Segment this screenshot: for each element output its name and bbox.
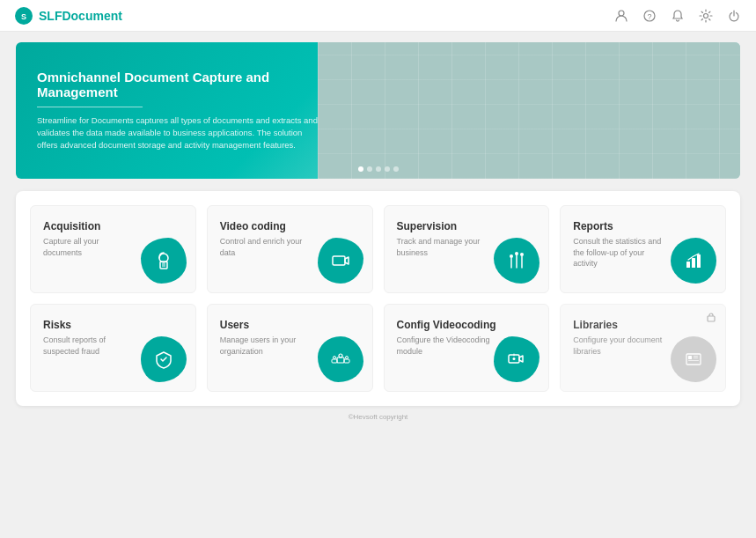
card-risks-title: Risks xyxy=(43,319,183,331)
config-blob xyxy=(494,336,539,382)
carousel-dot-5[interactable] xyxy=(393,166,399,172)
risks-icon xyxy=(152,348,175,371)
hero-content: Omnichannel Document Capture and Managem… xyxy=(16,52,341,170)
svg-rect-33 xyxy=(688,360,699,361)
svg-rect-19 xyxy=(692,258,695,268)
card-acquisition-icon-blob xyxy=(141,238,187,284)
svg-rect-23 xyxy=(332,359,337,363)
brand-logo-icon: S xyxy=(14,6,33,26)
main-content: Omnichannel Document Capture and Managem… xyxy=(0,32,756,446)
svg-point-22 xyxy=(339,354,342,357)
card-supervision-desc: Track and manage your business xyxy=(397,236,494,258)
hero-image xyxy=(318,42,740,179)
acquisition-icon xyxy=(152,249,175,272)
svg-point-24 xyxy=(333,357,335,359)
card-videocoding-desc: Control and enrich your data xyxy=(220,236,317,258)
card-supervision[interactable]: Supervision Track and manage your busine… xyxy=(384,205,550,293)
card-reports-icon-blob xyxy=(671,238,716,284)
config-icon xyxy=(505,348,528,371)
svg-point-5 xyxy=(704,13,708,18)
svg-point-17 xyxy=(520,253,524,256)
svg-rect-18 xyxy=(686,262,690,268)
hero-divider xyxy=(37,107,143,107)
card-config-desc: Configure the Videocoding module xyxy=(397,335,494,357)
card-libraries-title: Libraries xyxy=(573,319,713,331)
nav-icons: ? xyxy=(613,8,742,24)
carousel-dot-2[interactable] xyxy=(367,166,372,172)
svg-point-26 xyxy=(345,357,348,359)
cards-row-1: Acquisition Capture all your documents xyxy=(30,205,726,293)
libraries-icon xyxy=(682,348,705,371)
card-acquisition-title: Acquisition xyxy=(43,220,183,232)
card-videocoding-title: Video coding xyxy=(220,220,360,232)
reports-blob xyxy=(671,238,716,284)
card-videocoding[interactable]: Video coding Control and enrich your dat… xyxy=(207,205,373,293)
card-risks[interactable]: Risks Consult reports of suspected fraud xyxy=(30,304,196,392)
users-icon xyxy=(328,347,353,372)
card-users[interactable]: Users Manage users in your organization xyxy=(207,304,373,392)
card-config-title: Config Videocoding xyxy=(397,319,537,331)
navbar: S SLFDocument ? xyxy=(0,0,756,32)
svg-rect-32 xyxy=(688,356,692,359)
card-reports-desc: Consult the statistics and the follow-up… xyxy=(573,236,670,269)
supervision-icon xyxy=(505,249,528,272)
svg-point-15 xyxy=(510,254,513,258)
svg-point-2 xyxy=(619,11,624,16)
card-libraries-desc: Configure your document libraries xyxy=(573,335,670,357)
svg-text:S: S xyxy=(21,12,26,21)
svg-point-28 xyxy=(513,357,516,360)
cards-container: Acquisition Capture all your documents xyxy=(16,191,740,406)
card-risks-desc: Consult reports of suspected fraud xyxy=(43,335,140,357)
svg-rect-11 xyxy=(333,256,345,265)
videocoding-icon xyxy=(329,249,352,272)
users-blob xyxy=(318,336,363,382)
svg-rect-25 xyxy=(344,359,349,363)
hero-description: Streamline for Documents captures all ty… xyxy=(37,114,320,152)
libraries-blob xyxy=(671,336,716,382)
card-reports[interactable]: Reports Consult the statistics and the f… xyxy=(560,205,726,293)
card-users-title: Users xyxy=(220,319,360,331)
reports-icon xyxy=(682,249,705,272)
card-users-desc: Manage users in your organization xyxy=(220,335,317,357)
copyright-text: ©Hevsoft copyright xyxy=(349,413,408,421)
carousel-dot-3[interactable] xyxy=(376,166,381,172)
card-supervision-title: Supervision xyxy=(397,220,537,232)
card-config-icon-blob xyxy=(494,336,539,382)
card-libraries[interactable]: Libraries Configure your document librar… xyxy=(560,304,726,392)
cards-row-2: Risks Consult reports of suspected fraud… xyxy=(30,304,726,392)
carousel-dot-1[interactable] xyxy=(358,166,363,172)
card-libraries-icon-blob xyxy=(671,336,716,382)
hero-banner: Omnichannel Document Capture and Managem… xyxy=(16,42,740,179)
card-acquisition[interactable]: Acquisition Capture all your documents xyxy=(30,205,196,293)
help-icon[interactable]: ? xyxy=(642,8,657,24)
footer: ©Hevsoft copyright xyxy=(16,406,740,428)
lock-icon xyxy=(706,312,716,322)
svg-rect-35 xyxy=(694,357,698,358)
svg-point-16 xyxy=(515,252,518,255)
carousel-dot-4[interactable] xyxy=(385,166,390,172)
svg-text:?: ? xyxy=(647,12,651,21)
svg-rect-30 xyxy=(708,316,715,321)
risks-blob xyxy=(141,336,187,382)
person-icon[interactable] xyxy=(613,8,629,24)
brand: S SLFDocument xyxy=(14,6,122,26)
bell-icon[interactable] xyxy=(670,8,686,24)
svg-rect-21 xyxy=(337,357,344,363)
videocoding-blob xyxy=(318,238,363,284)
card-reports-title: Reports xyxy=(573,220,713,232)
card-users-icon-blob xyxy=(318,336,363,382)
power-icon[interactable] xyxy=(726,8,742,24)
hero-background xyxy=(318,42,740,179)
card-config-videocoding[interactable]: Config Videocoding Configure the Videoco… xyxy=(384,304,550,392)
svg-rect-34 xyxy=(694,356,698,357)
card-videocoding-icon-blob xyxy=(318,238,363,284)
acquisition-blob xyxy=(141,238,187,284)
svg-rect-20 xyxy=(697,254,701,268)
brand-name: SLFDocument xyxy=(39,9,122,23)
svg-rect-31 xyxy=(686,354,701,365)
hero-title: Omnichannel Document Capture and Managem… xyxy=(37,70,320,99)
supervision-blob xyxy=(494,238,539,284)
gear-icon[interactable] xyxy=(698,8,714,24)
card-supervision-icon-blob xyxy=(494,238,539,284)
card-acquisition-desc: Capture all your documents xyxy=(43,236,140,258)
